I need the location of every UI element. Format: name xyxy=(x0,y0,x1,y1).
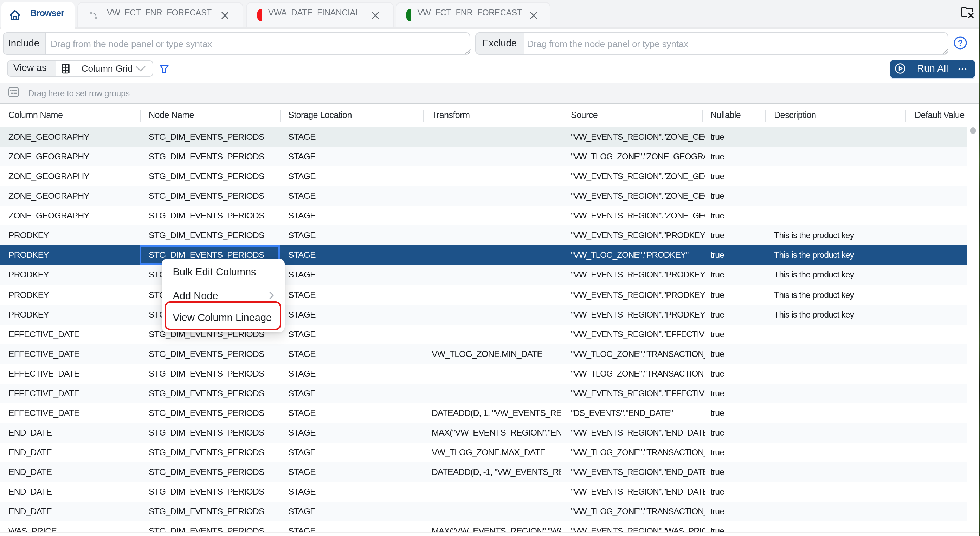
svg-text:?: ? xyxy=(958,38,963,48)
